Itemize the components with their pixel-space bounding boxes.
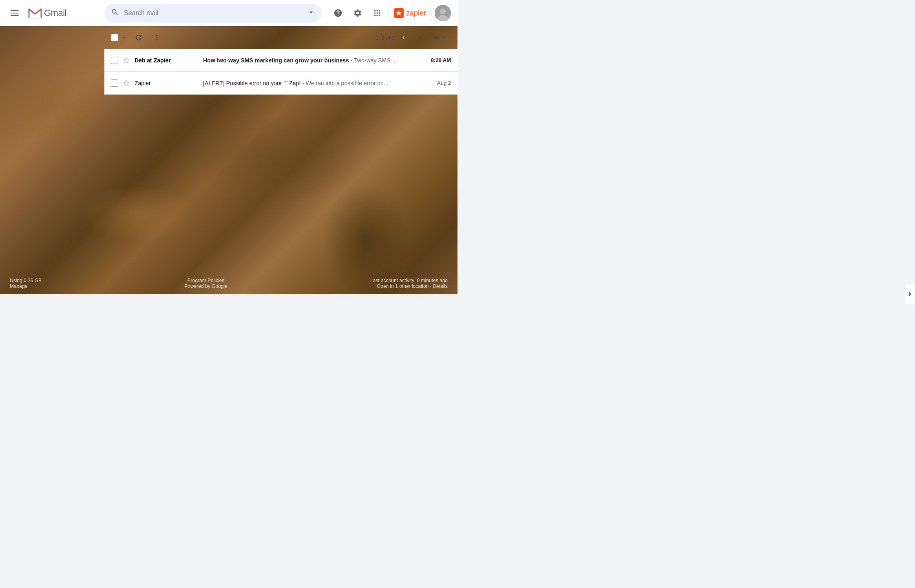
- topbar-right: zapier: [330, 5, 451, 21]
- footer-center: Program Policies Powered by Google: [184, 278, 227, 289]
- email-sender: Zapier: [135, 80, 200, 86]
- settings-button[interactable]: [349, 5, 366, 21]
- email-row[interactable]: Zapier [ALERT] Possible error on your ""…: [104, 72, 458, 95]
- zapier-icon: [394, 8, 404, 18]
- prev-page-button[interactable]: [396, 30, 411, 45]
- zapier-account-button[interactable]: zapier: [389, 5, 431, 21]
- details-link[interactable]: Details: [433, 283, 448, 289]
- email-preview: - Two-way SMS ...: [351, 57, 397, 64]
- email-content: [ALERT] Possible error on your "" Zap! -…: [203, 80, 420, 86]
- email-row[interactable]: Deb at Zapier How two-way SMS marketing …: [104, 49, 458, 72]
- email-checkbox[interactable]: [111, 57, 118, 64]
- refresh-button[interactable]: [130, 29, 147, 46]
- main-layout: ✚ Compose Inbox 2 Starred: [0, 26, 458, 294]
- select-dropdown-button[interactable]: [119, 29, 129, 46]
- email-sender: Deb at Zapier: [135, 57, 200, 64]
- select-all-checkbox[interactable]: [111, 34, 118, 41]
- select-all-wrap[interactable]: [111, 29, 129, 46]
- policies-label: Program Policies: [184, 278, 227, 283]
- email-list: Deb at Zapier How two-way SMS marketing …: [104, 49, 458, 95]
- user-avatar[interactable]: [435, 5, 451, 21]
- svg-rect-1: [11, 13, 19, 13]
- powered-label: Powered by Google: [184, 283, 227, 289]
- activity-label: Last account activity: 0 minutes ago: [370, 278, 448, 283]
- gmail-logo: Gmail: [28, 8, 66, 19]
- view-toggle-button[interactable]: [429, 32, 451, 43]
- svg-rect-2: [11, 15, 19, 16]
- footer-left: Using 0.26 GB Manage: [10, 278, 42, 289]
- search-input[interactable]: [124, 9, 302, 17]
- email-preview: - We ran into a possible error on...: [302, 80, 388, 86]
- help-button[interactable]: [330, 5, 346, 21]
- email-time: Aug 2: [427, 80, 451, 86]
- topbar-left: Gmail: [7, 5, 96, 21]
- star-icon[interactable]: [122, 78, 131, 88]
- search-dropdown-button[interactable]: [307, 8, 315, 18]
- email-time: 8:20 AM: [427, 57, 451, 63]
- topbar: Gmail: [0, 0, 458, 26]
- other-location-label: Open in 1 other location: [377, 283, 429, 289]
- footer-right: Last account activity: 0 minutes ago Ope…: [370, 278, 448, 289]
- page-info-text: 1–2 of 2: [376, 35, 395, 41]
- email-subject: How two-way SMS marketing can grow your …: [203, 57, 349, 64]
- zapier-wordmark: zapier: [406, 9, 426, 18]
- storage-text: Using 0.26 GB: [10, 278, 42, 283]
- footer: Using 0.26 GB Manage Program Policies Po…: [0, 273, 458, 294]
- email-checkbox[interactable]: [111, 80, 118, 87]
- apps-button[interactable]: [369, 5, 385, 21]
- email-content: How two-way SMS marketing can grow your …: [203, 57, 420, 64]
- hamburger-button[interactable]: [7, 5, 23, 21]
- more-options-button[interactable]: [148, 29, 165, 46]
- search-bar[interactable]: [104, 4, 322, 22]
- svg-point-7: [440, 9, 446, 14]
- gmail-wordmark: Gmail: [44, 8, 66, 18]
- email-subject: [ALERT] Possible error on your "" Zap!: [203, 80, 301, 86]
- page-info: 1–2 of 2: [376, 30, 451, 45]
- other-location-wrap: Open in 1 other location · Details: [370, 283, 448, 289]
- gmail-m-icon: [28, 8, 42, 19]
- email-toolbar: 1–2 of 2: [104, 26, 458, 49]
- next-page-button[interactable]: [413, 30, 427, 45]
- email-area: 1–2 of 2: [104, 26, 458, 294]
- manage-link[interactable]: Manage: [10, 283, 27, 289]
- star-icon[interactable]: [122, 55, 131, 65]
- svg-rect-0: [11, 10, 19, 11]
- search-icon: [111, 8, 119, 18]
